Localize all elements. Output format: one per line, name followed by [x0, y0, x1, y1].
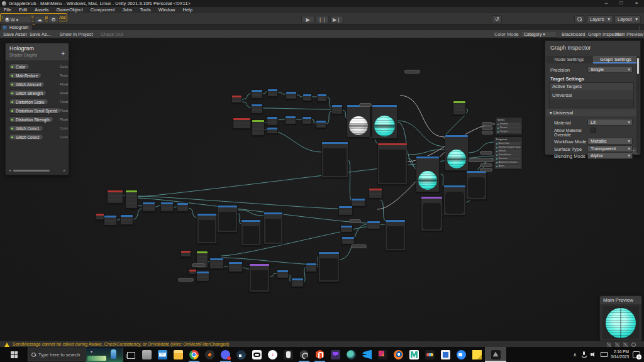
davinci-resolve-button[interactable]: [422, 347, 438, 362]
graph-node[interactable]: [251, 89, 263, 99]
graph-node[interactable]: [316, 120, 326, 128]
unity-editor-taskbar-button[interactable]: [485, 347, 506, 362]
inspector-scrollbar[interactable]: [636, 56, 640, 153]
property-pill-distortion-scroll-speed[interactable]: Distortion Scroll Speed: [9, 107, 61, 114]
master-stack-fragment[interactable]: Fragment Base ColorNormal (Tangent Space…: [494, 136, 523, 170]
graph-node[interactable]: [267, 116, 278, 126]
menu-edit[interactable]: Edit: [15, 7, 31, 13]
graph-node[interactable]: [302, 116, 312, 124]
node-pill[interactable]: [482, 126, 493, 130]
medibang-button[interactable]: [406, 347, 422, 362]
property-pill-glitch-strength[interactable]: Glitch Strength: [9, 90, 47, 96]
graph-node[interactable]: [286, 91, 297, 99]
graph-node[interactable]: [209, 258, 224, 269]
browser-button[interactable]: [343, 347, 359, 362]
graph-node[interactable]: [104, 215, 117, 226]
blackboard-hscrollbar[interactable]: ◄ ►: [8, 169, 66, 172]
file-explorer-button[interactable]: [170, 347, 186, 362]
blackboard-toggle-button[interactable]: Blackboard: [562, 30, 586, 38]
graph-node[interactable]: [416, 156, 440, 192]
node-pill[interactable]: [480, 163, 492, 167]
layout-dropdown[interactable]: Layout▾: [614, 15, 641, 23]
block-row-base-color[interactable]: Base Color: [496, 142, 521, 145]
color-mode-dropdown[interactable]: Category ▾: [521, 31, 557, 38]
activity-progress-icon[interactable]: [631, 343, 636, 347]
graph-node[interactable]: [231, 95, 242, 103]
graph-node[interactable]: [306, 263, 317, 272]
graph-node[interactable]: [385, 219, 406, 251]
graph-node[interactable]: [338, 206, 353, 216]
graph-node[interactable]: [453, 101, 466, 115]
check-out-button[interactable]: Check Out: [101, 30, 123, 38]
property-pill-distortion-scale[interactable]: Distortion Scale: [9, 99, 48, 105]
chrome-button[interactable]: [186, 347, 202, 362]
workflow-mode-dropdown[interactable]: Metallic: [587, 138, 633, 145]
graph-node[interactable]: [142, 202, 155, 212]
microphone-icon[interactable]: [580, 351, 587, 358]
itunes-button[interactable]: ♪: [265, 347, 280, 362]
target-universal-row[interactable]: Universal: [550, 91, 633, 99]
node-pill[interactable]: [480, 168, 492, 172]
speaker-icon[interactable]: [591, 351, 597, 358]
menu-help[interactable]: Help: [179, 7, 196, 13]
graph-node[interactable]: [197, 213, 217, 244]
blending-mode-dropdown[interactable]: Alpha: [587, 152, 633, 159]
graph-node[interactable]: [277, 270, 289, 278]
property-pill-glitch-amount[interactable]: Glitch Amount: [9, 81, 45, 87]
search-input[interactable]: Type here to search ✦: [28, 348, 123, 361]
tab-node-settings[interactable]: Node Settings: [546, 56, 592, 63]
graph-node[interactable]: [96, 213, 104, 220]
graph-node[interactable]: [267, 89, 278, 97]
account-button[interactable]: W ▾: [3, 16, 31, 23]
blackboard-header[interactable]: Hologram Shader Graphs +: [6, 43, 69, 60]
graph-node[interactable]: [421, 196, 443, 231]
property-pill-glitch-color2[interactable]: Glitch Color2: [9, 134, 43, 140]
device-app-button[interactable]: [139, 347, 155, 362]
graph-node[interactable]: [285, 116, 296, 124]
graph-node[interactable]: [291, 278, 304, 287]
maximize-button[interactable]: □: [616, 0, 626, 7]
console-mute-1-icon[interactable]: [607, 343, 611, 347]
graph-node[interactable]: [317, 94, 327, 102]
graph-node[interactable]: [177, 202, 189, 212]
undo-history-icon[interactable]: ↺: [492, 15, 502, 23]
block-row-normal[interactable]: Normal: [497, 126, 521, 129]
graph-node[interactable]: [196, 271, 209, 282]
action-center-icon[interactable]: 1: [633, 351, 640, 358]
graph-node[interactable]: [264, 212, 283, 244]
graph-node[interactable]: [340, 225, 353, 233]
graph-node[interactable]: [331, 104, 343, 114]
layers-dropdown[interactable]: Layers▾: [587, 15, 613, 23]
close-button[interactable]: ×: [631, 0, 641, 7]
menu-file[interactable]: File: [0, 7, 15, 13]
block-row-metallic[interactable]: Metallic: [496, 150, 521, 153]
node-pill[interactable]: [349, 219, 361, 223]
property-pill-distortion-strength[interactable]: Distortion Strength: [9, 116, 53, 123]
add-property-button[interactable]: +: [61, 51, 65, 57]
steam-button[interactable]: [233, 347, 249, 362]
perforce-button[interactable]: [312, 347, 328, 362]
services-gear-icon[interactable]: ⚙: [48, 16, 59, 23]
graph-node[interactable]: [367, 221, 380, 229]
graph-node[interactable]: [347, 104, 370, 138]
node-pill[interactable]: [351, 244, 367, 248]
graph-node[interactable]: [249, 263, 270, 292]
oculus-button[interactable]: [249, 347, 265, 362]
graph-node[interactable]: [445, 134, 469, 171]
allow-material-override-checkbox[interactable]: [591, 128, 596, 133]
node-pill[interactable]: [359, 103, 372, 107]
graph-node[interactable]: [125, 190, 138, 209]
play-button[interactable]: ▶: [301, 16, 314, 23]
precision-dropdown[interactable]: Single: [587, 66, 633, 73]
graph-node[interactable]: [321, 141, 348, 178]
block-row-position[interactable]: Position: [497, 123, 521, 126]
graph-node[interactable]: [466, 170, 487, 200]
block-row-normal-tangent-space-[interactable]: Normal (Tangent Space): [496, 146, 521, 149]
sticky-notes-button[interactable]: [469, 347, 485, 362]
tray-expand-icon[interactable]: ∧: [573, 352, 577, 358]
property-pill-maintexture[interactable]: MainTexture: [9, 72, 42, 79]
main-preview-viewport[interactable]: [602, 306, 639, 339]
graph-node[interactable]: [228, 261, 243, 272]
menu-gameobject[interactable]: GameObject: [53, 7, 87, 13]
minimize-button[interactable]: –: [601, 0, 611, 7]
